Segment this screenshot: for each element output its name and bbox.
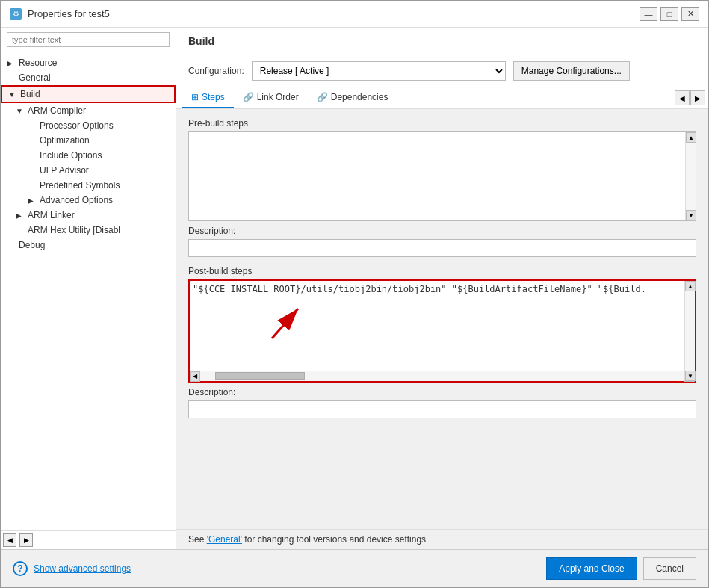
filter-input[interactable] xyxy=(7,32,170,47)
scroll-down-btn[interactable]: ▼ xyxy=(686,210,696,220)
scroll-track xyxy=(685,291,695,371)
pre-build-area: ▲ ▼ ◀ ▶ xyxy=(188,131,696,221)
scroll-right-btn[interactable]: ▶ xyxy=(685,221,696,222)
post-build-area: "${CCE_INSTALL_ROOT}/utils/tiobj2bin/tio… xyxy=(188,279,696,383)
sidebar-item-label: Optimization xyxy=(40,135,90,146)
sidebar-item-arm-hex-utility[interactable]: ARM Hex Utility [Disabl xyxy=(1,223,176,238)
expand-arrow: ▼ xyxy=(8,90,17,99)
pre-build-label: Pre-build steps xyxy=(188,118,696,129)
maximize-button[interactable]: □ xyxy=(660,7,678,21)
pre-build-horiz-scroll: ◀ ▶ xyxy=(189,220,696,221)
sidebar-item-label: Advanced Options xyxy=(40,195,113,205)
svg-line-1 xyxy=(272,309,298,338)
apply-and-close-button[interactable]: Apply and Close xyxy=(546,557,637,580)
sidebar-item-label: ARM Linker xyxy=(28,210,75,220)
config-select[interactable]: Release [ Active ] xyxy=(252,61,506,81)
description-row-1: Description: xyxy=(188,226,696,257)
bottom-bar: ? Show advanced settings Apply and Close… xyxy=(1,549,708,587)
expand-arrow xyxy=(28,122,37,130)
bottom-right: Apply and Close Cancel xyxy=(546,557,696,580)
main-content: ▶ Resource General ▼ Build ▼ ARM Compile… xyxy=(1,28,708,549)
tab-nav-prev[interactable]: ◀ xyxy=(675,90,690,105)
scroll-left-btn[interactable]: ◀ xyxy=(3,533,16,547)
title-bar-left: ⚙ Properties for test5 xyxy=(10,8,110,20)
scroll-left-btn[interactable]: ◀ xyxy=(189,221,199,222)
right-panel: Build Configuration: Release [ Active ] … xyxy=(176,28,708,549)
expand-arrow: ▶ xyxy=(7,59,16,67)
scroll-track xyxy=(686,143,696,210)
sidebar-item-advanced-options[interactable]: ▶ Advanced Options xyxy=(1,193,176,208)
description-label-1: Description: xyxy=(188,226,696,236)
tab-steps[interactable]: ⊞ Steps xyxy=(182,87,234,108)
sidebar-item-predefined-symbols[interactable]: Predefined Symbols xyxy=(1,178,176,193)
help-icon[interactable]: ? xyxy=(13,561,28,576)
sidebar-item-build[interactable]: ▼ Build xyxy=(1,85,176,103)
tab-label: Link Order xyxy=(257,92,299,102)
sidebar-item-label: ARM Compiler xyxy=(28,105,86,116)
panel-header: Build xyxy=(176,28,708,55)
sidebar-item-resource[interactable]: ▶ Resource xyxy=(1,55,176,70)
horiz-track xyxy=(200,371,684,381)
sidebar-item-processor-options[interactable]: Processor Options xyxy=(1,118,176,133)
dependencies-icon: 🔗 xyxy=(317,92,328,102)
expand-arrow xyxy=(28,182,37,190)
sidebar-item-arm-compiler[interactable]: ▼ ARM Compiler xyxy=(1,103,176,118)
steps-icon: ⊞ xyxy=(191,92,199,102)
sidebar-item-label: Build xyxy=(20,89,40,99)
sidebar-item-label: Include Options xyxy=(40,150,102,161)
description-input-2[interactable] xyxy=(188,400,696,418)
tab-nav-next[interactable]: ▶ xyxy=(690,90,705,105)
scroll-right-btn[interactable]: ▶ xyxy=(19,533,33,547)
sidebar-item-optimization[interactable]: Optimization xyxy=(1,133,176,148)
minimize-button[interactable]: — xyxy=(640,7,657,21)
sidebar-item-label: Resource xyxy=(19,58,57,68)
sidebar-item-general[interactable]: General xyxy=(1,70,176,85)
tab-link-order[interactable]: 🔗 Link Order xyxy=(234,87,308,108)
tab-label: Dependencies xyxy=(331,92,388,102)
show-advanced-link[interactable]: Show advanced settings xyxy=(34,563,131,574)
expand-arrow xyxy=(28,167,37,175)
tab-label: Steps xyxy=(202,92,225,102)
description-input-1[interactable] xyxy=(188,239,696,257)
sidebar-item-ulp-advisor[interactable]: ULP Advisor xyxy=(1,163,176,178)
config-bar: Configuration: Release [ Active ] Manage… xyxy=(176,55,708,87)
tab-dependencies[interactable]: 🔗 Dependencies xyxy=(308,87,397,108)
expand-arrow: ▶ xyxy=(28,196,37,205)
post-build-label: Post-build steps xyxy=(188,266,696,276)
window-controls: — □ ✕ xyxy=(640,7,699,21)
panel-title: Build xyxy=(188,35,214,47)
pre-build-scrollbar-y[interactable]: ▲ ▼ xyxy=(685,132,696,220)
sidebar-item-label: Debug xyxy=(19,240,45,250)
sidebar-item-label: Processor Options xyxy=(40,120,114,131)
filter-area xyxy=(1,28,176,52)
expand-arrow xyxy=(7,241,16,250)
close-button[interactable]: ✕ xyxy=(681,7,699,21)
sidebar-scroll: ◀ ▶ xyxy=(1,530,176,549)
tab-nav-buttons: ◀ ▶ xyxy=(675,90,708,105)
sidebar-item-arm-linker[interactable]: ▶ ARM Linker xyxy=(1,208,176,223)
sidebar-item-label: Predefined Symbols xyxy=(40,180,120,191)
sidebar-item-label: General xyxy=(19,72,51,83)
scroll-up-btn[interactable]: ▲ xyxy=(685,281,696,291)
pre-build-textarea[interactable] xyxy=(189,132,696,220)
manage-configurations-button[interactable]: Manage Configurations... xyxy=(513,61,630,81)
scroll-up-btn[interactable]: ▲ xyxy=(686,132,696,143)
panel-body: Pre-build steps ▲ ▼ ◀ xyxy=(176,109,708,529)
horiz-thumb xyxy=(215,372,305,380)
scroll-left-btn[interactable]: ◀ xyxy=(190,371,200,382)
general-link[interactable]: 'General' xyxy=(207,534,242,545)
sidebar: ▶ Resource General ▼ Build ▼ ARM Compile… xyxy=(1,28,176,549)
scroll-down-btn[interactable]: ▼ xyxy=(685,371,696,381)
cancel-button[interactable]: Cancel xyxy=(643,557,696,580)
red-arrow-indicator xyxy=(257,294,317,348)
properties-icon: ⚙ xyxy=(10,8,22,20)
post-build-scrollbar-y[interactable]: ▲ ▼ xyxy=(684,281,695,381)
description-label-2: Description: xyxy=(188,387,696,397)
expand-arrow xyxy=(28,152,37,160)
sidebar-item-label: ARM Hex Utility [Disabl xyxy=(28,225,120,235)
dialog: ⚙ Properties for test5 — □ ✕ ▶ xyxy=(0,0,709,588)
expand-arrow: ▶ xyxy=(16,211,25,220)
sidebar-item-include-options[interactable]: Include Options xyxy=(1,148,176,163)
config-label: Configuration: xyxy=(188,66,244,76)
sidebar-item-debug[interactable]: Debug xyxy=(1,238,176,253)
